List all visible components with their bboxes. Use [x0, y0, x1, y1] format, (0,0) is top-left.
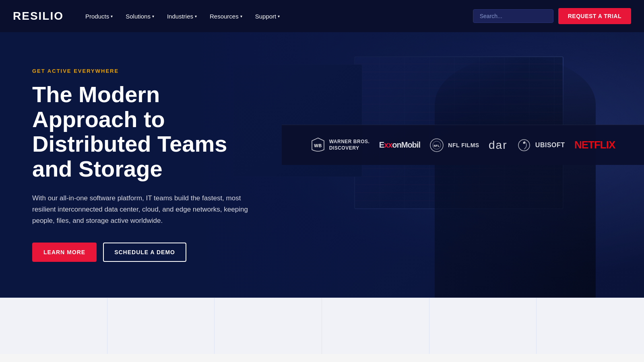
chevron-down-icon: ▾: [111, 14, 113, 19]
svg-text:NFL: NFL: [434, 144, 440, 147]
nfl-icon: NFL: [429, 138, 444, 152]
grid-cell-5: [429, 298, 537, 354]
schedule-demo-button[interactable]: SCHEDULE A DEMO: [103, 243, 186, 262]
logo-nfl-films: NFL NFL FILMS: [429, 138, 479, 152]
hero-section: GET ACTIVE EVERYWHERE The Modern Approac…: [0, 32, 644, 298]
nav-item-industries[interactable]: Industries ▾: [161, 10, 202, 23]
chevron-down-icon: ▾: [152, 14, 154, 19]
navbar: RESILIO Products ▾ Solutions ▾ Industrie…: [0, 0, 644, 32]
logo-warner-bros: WB WARNER BROS. DISCOVERY: [311, 138, 370, 152]
nav-links: Products ▾ Solutions ▾ Industries ▾ Reso…: [80, 10, 473, 23]
hero-buttons: LEARN MORE SCHEDULE A DEMO: [32, 243, 250, 262]
hero-title: The Modern Approach to Distributed Teams…: [32, 82, 250, 181]
chevron-down-icon: ▾: [195, 14, 197, 19]
chevron-down-icon: ▾: [240, 14, 242, 19]
grid-cell-1: [0, 298, 107, 354]
request-trial-button[interactable]: REQUEST A TRIAL: [558, 8, 631, 24]
logo-ubisoft: UBISOFT: [517, 138, 565, 152]
hero-description: With our all-in-one software platform, I…: [32, 193, 250, 226]
nav-item-products[interactable]: Products ▾: [80, 10, 118, 23]
warner-bros-icon: WB: [311, 138, 325, 152]
grid-cell-3: [215, 298, 322, 354]
hero-content: GET ACTIVE EVERYWHERE The Modern Approac…: [0, 68, 282, 262]
below-hero-grid: [0, 298, 644, 354]
logos-strip: WB WARNER BROS. DISCOVERY ExxonMobil NFL: [282, 125, 644, 165]
hero-eyebrow: GET ACTIVE EVERYWHERE: [32, 68, 250, 74]
nav-item-solutions[interactable]: Solutions ▾: [120, 10, 160, 23]
grid-cell-2: [107, 298, 215, 354]
svg-text:WB: WB: [314, 143, 322, 148]
logo-exxonmobil: ExxonMobil: [379, 140, 420, 150]
ubisoft-icon: [517, 138, 531, 152]
grid-cell-6: [537, 298, 644, 354]
logo-dar: dar: [489, 139, 507, 152]
learn-more-button[interactable]: LEARN MORE: [32, 243, 97, 262]
grid-cell-4: [322, 298, 429, 354]
nav-right: REQUEST A TRIAL: [473, 8, 631, 24]
logo-netflix: NETFLIX: [574, 139, 615, 151]
nav-logo[interactable]: RESILIO: [13, 10, 64, 23]
chevron-down-icon: ▾: [278, 14, 280, 19]
search-input[interactable]: [473, 9, 553, 23]
nav-item-support[interactable]: Support ▾: [250, 10, 286, 23]
nav-item-resources[interactable]: Resources ▾: [204, 10, 248, 23]
svg-point-5: [523, 142, 525, 144]
